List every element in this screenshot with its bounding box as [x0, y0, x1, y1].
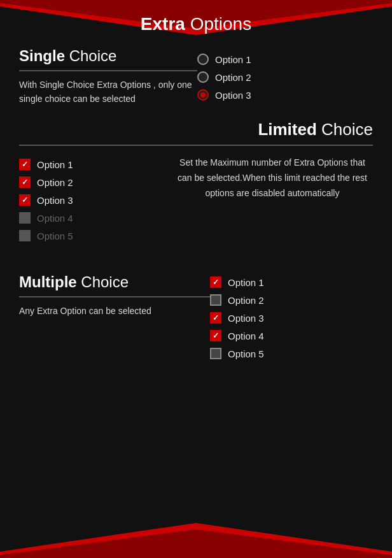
multiple-option-1[interactable]: Option 1 [210, 276, 373, 288]
single-choice-section: Single Choice With Single Choice Extra O… [19, 47, 373, 107]
multiple-option-4[interactable]: Option 4 [210, 330, 373, 341]
limited-option-5: Option 5 [19, 230, 159, 241]
multi-checkbox-5 [210, 348, 221, 359]
limited-choice-options: Option 1 Option 2 Option 3 Option 4 Opti… [19, 152, 159, 248]
radio-circle-3 [197, 89, 209, 101]
checkbox-2 [19, 176, 31, 188]
limited-choice-description: Set the Maximum number of Extra Options … [172, 152, 373, 201]
limited-choice-section: Limited Choice Option 1 Option 2 Option … [19, 120, 373, 248]
limited-choice-body: Option 1 Option 2 Option 3 Option 4 Opti… [19, 152, 373, 248]
multiple-choice-divider [19, 296, 210, 297]
limited-option-4: Option 4 [19, 212, 159, 224]
multiple-choice-section: Multiple Choice Any Extra Option can be … [19, 273, 373, 366]
limited-option-3[interactable]: Option 3 [19, 194, 159, 206]
multi-checkbox-4 [210, 330, 221, 341]
multiple-choice-description: Any Extra Option can be selected [19, 304, 210, 318]
single-option-1[interactable]: Option 1 [197, 54, 373, 65]
limited-option-5-label: Option 5 [37, 231, 73, 241]
single-option-3-label: Option 3 [215, 90, 251, 101]
single-choice-options: Option 1 Option 2 Option 3 [197, 47, 373, 107]
single-option-2[interactable]: Option 2 [197, 71, 373, 83]
multiple-option-5[interactable]: Option 5 [210, 348, 373, 359]
limited-option-1-label: Option 1 [37, 159, 73, 170]
limited-choice-header: Limited Choice [19, 120, 373, 140]
limited-option-2[interactable]: Option 2 [19, 176, 159, 188]
limited-option-2-label: Option 2 [37, 177, 73, 188]
single-choice-divider [19, 70, 197, 71]
page-title: Extra Options [19, 14, 373, 34]
multiple-option-5-label: Option 5 [228, 348, 264, 359]
checkbox-5 [19, 230, 31, 241]
multi-checkbox-3 [210, 312, 221, 324]
multiple-option-2-label: Option 2 [228, 295, 264, 306]
checkbox-4 [19, 212, 31, 224]
limited-choice-description-area: Set the Maximum number of Extra Options … [159, 152, 373, 248]
limited-option-4-label: Option 4 [37, 213, 73, 224]
single-option-3[interactable]: Option 3 [197, 89, 373, 101]
checkbox-3 [19, 194, 31, 206]
radio-circle-1 [197, 54, 209, 65]
multiple-option-1-label: Option 1 [228, 277, 264, 288]
limited-choice-divider [19, 145, 373, 146]
single-choice-left: Single Choice With Single Choice Extra O… [19, 47, 197, 107]
single-option-2-label: Option 2 [215, 72, 251, 83]
multiple-choice-options: Option 1 Option 2 Option 3 Option 4 Opti… [210, 273, 373, 366]
checkbox-1 [19, 159, 31, 170]
limited-choice-title: Limited Choice [19, 120, 373, 140]
single-choice-title: Single Choice [19, 47, 197, 65]
multiple-option-2[interactable]: Option 2 [210, 294, 373, 306]
multiple-option-4-label: Option 4 [228, 331, 264, 341]
multiple-option-3[interactable]: Option 3 [210, 312, 373, 324]
multiple-option-3-label: Option 3 [228, 313, 264, 324]
limited-option-3-label: Option 3 [37, 195, 73, 206]
single-option-1-label: Option 1 [215, 54, 251, 65]
radio-circle-2 [197, 71, 209, 83]
limited-option-1[interactable]: Option 1 [19, 159, 159, 170]
single-choice-description: With Single Choice Extra Options , only … [19, 78, 197, 106]
multi-checkbox-2 [210, 294, 221, 306]
multiple-choice-title: Multiple Choice [19, 273, 210, 291]
multi-checkbox-1 [210, 276, 221, 288]
page-header: Extra Options [19, 0, 373, 41]
multiple-choice-left: Multiple Choice Any Extra Option can be … [19, 273, 210, 366]
